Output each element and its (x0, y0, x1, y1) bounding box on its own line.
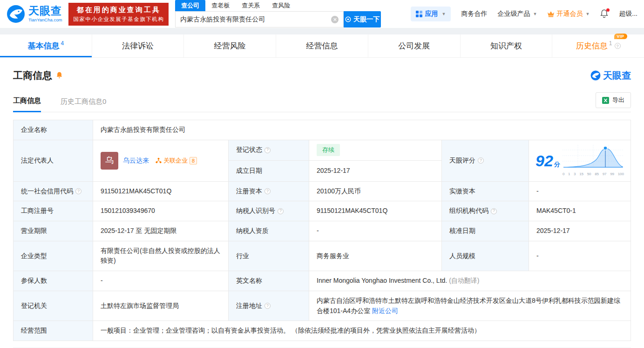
help-icon[interactable]: ? (75, 188, 81, 194)
search-row: ✕ 天眼一下 (175, 11, 381, 27)
score-axis: 0131550859799100 (563, 171, 624, 177)
subtab-bar: 工商信息 历史工商信息0 导出 (13, 92, 631, 112)
help-icon[interactable]: ? (264, 188, 271, 194)
related-companies-count: 8 (190, 157, 197, 164)
search-tab-boss[interactable]: 查老板 (205, 0, 236, 11)
subtab-business-info[interactable]: 工商信息 (13, 96, 41, 112)
help-icon[interactable]: ? (491, 208, 497, 214)
search-area: 查公司 查老板 查关系 查风险 ✕ 天眼一下 (175, 0, 381, 27)
brand-logo-icon (590, 70, 601, 81)
reg-status-label: 登记状态 ? (229, 140, 309, 161)
search-tab-relation[interactable]: 查关系 (236, 0, 266, 11)
notification-bell-icon[interactable] (600, 9, 609, 20)
taxpayer-id-label: 纳税人识别号 ? (229, 201, 309, 221)
help-icon[interactable]: ? (264, 147, 271, 153)
legal-rep-name-link[interactable]: 乌云达来 (123, 156, 149, 166)
establish-date-value: 2025-12-17 (309, 161, 442, 181)
chevron-down-icon: ▼ (442, 12, 446, 16)
business-scope-value: 一般项目：企业管理；企业管理咨询；以自有资金从事投资活动。 （除依法须经批准的项… (93, 321, 630, 341)
related-companies-link[interactable]: 关联企业 8 (156, 156, 197, 165)
notification-dot (606, 8, 610, 12)
export-button[interactable]: 导出 (596, 92, 631, 108)
search-input[interactable] (180, 16, 331, 23)
staff-size-label: 人员规模 (442, 241, 529, 271)
help-icon[interactable]: ? (615, 43, 621, 49)
section-header: 工商信息 天眼查 (13, 69, 631, 82)
help-icon[interactable]: ? (478, 157, 484, 164)
tab-business-info-label: 经营信息 (306, 41, 338, 51)
tab-business-info[interactable]: 经营信息 (276, 34, 368, 57)
subscribe-bell-icon[interactable] (56, 71, 63, 80)
nav-open-vip[interactable]: 开通会员 ▼ (547, 10, 590, 18)
tab-basic-info-label: 基本信息 (28, 41, 60, 51)
tab-legal-litigation-label: 法律诉讼 (122, 41, 154, 51)
search-tabs: 查公司 查老板 查关系 查风险 (175, 0, 381, 11)
related-companies-label: 关联企业 (163, 156, 188, 165)
approval-date-label: 核准日期 (442, 221, 529, 241)
legal-rep-value: 乌 乌云达来 关联企业 8 (93, 140, 229, 181)
business-term-label: 营业期限 (14, 221, 93, 241)
company-name-label: 企业名称 (14, 120, 93, 140)
tab-intellectual-property[interactable]: 知识产权 (461, 34, 553, 57)
company-type-label: 企业类型 (14, 241, 93, 271)
search-tab-risk[interactable]: 查风险 (266, 0, 296, 11)
tianyancha-logo[interactable]: 天眼查 TianYanCha.com (7, 5, 62, 23)
staff-size-value: - (529, 241, 630, 271)
tab-basic-info[interactable]: 基本信息 4 (0, 34, 92, 57)
section-title: 工商信息 (13, 69, 52, 82)
search-tab-company[interactable]: 查公司 (175, 0, 205, 11)
english-name-label: 英文名称 (229, 271, 309, 291)
tab-history-info-label: 历史信息 (576, 41, 608, 51)
business-term-value: 2025-12-17 至 无固定期限 (93, 221, 229, 241)
excel-icon (602, 97, 609, 104)
promo-line2: 国家中小企业发展子基金旗下机构 (73, 16, 164, 23)
open-vip-label: 开通会员 (556, 10, 583, 18)
nav-enterprise-products[interactable]: 企业级产品 ▼ (497, 10, 537, 18)
approval-date-value: 2025-12-17 (529, 221, 630, 241)
industry-label: 行业 (229, 241, 309, 271)
header-right-nav: 应用 ▼ 商务合作 企业级产品 ▼ 开通会员 ▼ 超级... (411, 7, 637, 21)
credit-code-label: 统一社会信用代码 ? (14, 182, 93, 201)
brand-watermark: 天眼查 (590, 69, 631, 82)
table-row: 参保人数 - 英文名称 Inner Mongolia Yonghao Inves… (14, 271, 630, 291)
tianyancha-logo-icon (7, 5, 25, 23)
score-value[interactable]: 92分 (529, 140, 630, 181)
score-number: 92分 (536, 153, 560, 169)
help-icon[interactable]: ? (278, 208, 284, 214)
nav-super-vip[interactable]: 超级... (619, 10, 637, 18)
nearby-companies-link[interactable]: 附近公司 (372, 307, 398, 314)
establish-date-label: 成立日期 (229, 161, 309, 181)
related-companies-icon (156, 157, 162, 164)
chevron-down-icon: ▼ (533, 12, 537, 16)
search-button-label: 天眼一下 (353, 15, 380, 24)
tab-history-info[interactable]: 历史信息 1 ? VIP (552, 34, 644, 57)
table-row: 法定代表人 乌 乌云达来 关联企业 8 登记状态 ? (14, 140, 630, 182)
help-icon[interactable]: ? (264, 303, 271, 309)
export-label: 导出 (612, 96, 624, 104)
table-row: 统一社会信用代码 ? 91150121MAK45CT01Q 注册资本 ? 201… (14, 182, 630, 202)
tab-company-development[interactable]: 公司发展 (368, 34, 461, 57)
english-name-value: Inner Mongolia Yonghao Investment Co., L… (309, 271, 630, 291)
tab-operation-risk[interactable]: 经营风险 (184, 34, 276, 57)
auto-translate-note: (自动翻译) (449, 276, 479, 286)
apps-grid-icon (416, 11, 422, 17)
table-row: 营业期限 2025-12-17 至 无固定期限 纳税人资质 - 核准日期 202… (14, 221, 630, 241)
tab-legal-litigation[interactable]: 法律诉讼 (92, 34, 184, 57)
insured-count-value: - (93, 271, 229, 291)
tab-company-development-label: 公司发展 (398, 41, 430, 51)
enterprise-products-label: 企业级产品 (497, 10, 530, 18)
table-row: 登记机关 土默特左旗市场监督管理局 注册地址 ? 内蒙古自治区呼和浩特市土默特左… (14, 291, 630, 321)
search-button[interactable]: 天眼一下 (344, 11, 381, 27)
logo-title: 天眼查 (28, 5, 62, 17)
legal-rep-avatar[interactable]: 乌 (101, 152, 118, 170)
industry-value: 商务服务业 (309, 241, 442, 271)
nav-business-cooperation[interactable]: 商务合作 (461, 10, 487, 18)
table-row: 企业名称 内蒙古永皓投资有限责任公司 (14, 120, 630, 140)
company-name-value: 内蒙古永皓投资有限责任公司 (93, 120, 630, 140)
page-divider (0, 28, 644, 34)
clear-search-icon[interactable]: ✕ (331, 16, 339, 23)
paid-capital-value: - (529, 182, 630, 201)
score-label: 天眼评分 ? (442, 140, 529, 181)
subtab-history-business-info[interactable]: 历史工商信息0 (61, 97, 106, 112)
apps-button[interactable]: 应用 ▼ (411, 7, 451, 21)
